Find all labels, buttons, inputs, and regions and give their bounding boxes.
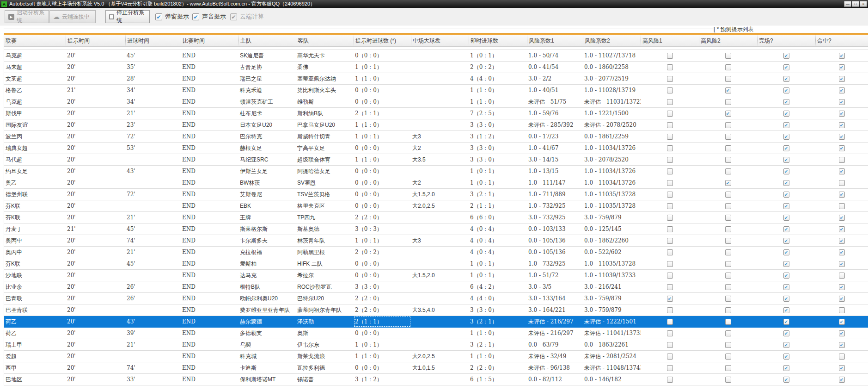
stop-analysis-button[interactable]: 停止分析系统 <box>105 10 150 23</box>
fin-checkbox[interactable]: ✔ <box>783 354 789 360</box>
hr2-checkbox[interactable] <box>725 226 731 232</box>
fin-checkbox[interactable]: ✔ <box>783 365 789 371</box>
hit-checkbox[interactable]: ✔ <box>839 87 845 93</box>
column-header[interactable]: 比赛时间 <box>181 35 238 46</box>
fin-checkbox[interactable]: ✔ <box>783 64 789 70</box>
column-header[interactable]: 进球时间 <box>125 35 181 46</box>
hr2-checkbox[interactable]: ✔ <box>725 111 731 117</box>
column-header[interactable]: 客队 <box>296 35 354 46</box>
table-row[interactable]: 荷乙20'39'END多德勒支奥斯0（0：0）1（1：0）未评估 - 216/2… <box>4 328 868 339</box>
hr1-checkbox[interactable] <box>667 64 673 70</box>
hr1-checkbox[interactable] <box>667 180 673 186</box>
table-row[interactable]: 瑞士甲20'21'END乌契伊韦尔东1（0：1）3（2：1）0.0 - 63/7… <box>4 339 868 351</box>
hit-checkbox[interactable]: ✔ <box>839 238 845 244</box>
table-row[interactable]: 奥丙中20'21'END克拉根福阿勒黑里根2（0：2）4（0：4）0.0 - 1… <box>4 247 868 258</box>
hr1-checkbox[interactable] <box>667 145 673 151</box>
fin-checkbox[interactable]: ✔ <box>783 99 789 105</box>
hr2-checkbox[interactable] <box>725 354 731 360</box>
hr1-checkbox[interactable] <box>667 157 673 163</box>
hr2-checkbox[interactable]: ✔ <box>725 87 731 93</box>
hit-checkbox[interactable] <box>839 157 845 163</box>
table-row[interactable]: 丹麦丁21'45'END斯莱格尔斯斯基奥德3（0：3）4（0：4）0.0 - 1… <box>4 223 868 235</box>
hr2-checkbox[interactable] <box>725 99 731 105</box>
hit-checkbox[interactable]: ✔ <box>839 192 845 198</box>
table-row[interactable]: 乌克超20'34'END顿涅茨克矿工维勒斯0（0：0）1（1：0）未评估 - 5… <box>4 96 868 108</box>
hit-checkbox[interactable]: ✔ <box>839 319 845 325</box>
hr2-checkbox[interactable] <box>725 76 731 82</box>
column-header[interactable]: 命中? <box>815 35 868 46</box>
hr2-checkbox[interactable] <box>725 157 731 163</box>
fin-checkbox[interactable]: ✔ <box>783 284 789 290</box>
table-row[interactable]: 荷乙20'43'END赫尔蒙德泽沃勒2（1：1）3（2：1）未评估 - 216/… <box>4 316 868 328</box>
hit-checkbox[interactable]: ✔ <box>839 342 845 348</box>
fin-checkbox[interactable]: ✔ <box>783 192 789 198</box>
cloud-connecting-button[interactable]: ☁ 云端连接中 <box>49 10 96 23</box>
fin-checkbox[interactable]: ✔ <box>783 296 789 302</box>
table-row[interactable]: 约旦女足20'43'END伊斯兰女足阿提哈德女足0（0：0）1（0：1）1.0 … <box>4 166 868 177</box>
table-row[interactable]: 马来超20'35'END古晋足协柔佛1（0：1）2（0：2）0.0 - 41/5… <box>4 62 868 73</box>
table-row[interactable]: 文莱超20'28'END瑞巴之星塞蒂亚佩尔达纳1（1：0）4（4：0）3.0 -… <box>4 73 868 85</box>
table-row[interactable]: 西甲20'74'END卡迪斯瓦拉多利德0（0：0）大1.0,1.52（2：0）未… <box>4 362 868 374</box>
fin-checkbox[interactable]: ✔ <box>783 307 789 313</box>
maximize-button[interactable]: □ <box>852 1 859 7</box>
fin-checkbox[interactable]: ✔ <box>783 134 789 140</box>
fin-checkbox[interactable]: ✔ <box>783 76 789 82</box>
hr1-checkbox[interactable] <box>667 215 673 221</box>
hr1-checkbox[interactable] <box>667 354 673 360</box>
minimize-button[interactable]: — <box>844 1 851 7</box>
hr2-checkbox[interactable] <box>725 238 731 244</box>
fin-checkbox[interactable]: ✔ <box>783 377 789 383</box>
fin-checkbox[interactable]: ✔ <box>783 330 789 336</box>
hit-checkbox[interactable] <box>839 354 845 360</box>
sound-alert-checkbox[interactable]: ✔ <box>192 13 199 20</box>
hr1-checkbox[interactable] <box>667 122 673 128</box>
hr1-checkbox[interactable] <box>667 111 673 117</box>
hr2-checkbox[interactable] <box>725 342 731 348</box>
hit-checkbox[interactable]: ✔ <box>839 215 845 221</box>
hit-checkbox[interactable]: ✔ <box>839 76 845 82</box>
fin-checkbox[interactable]: ✔ <box>783 157 789 163</box>
hr1-checkbox[interactable] <box>667 261 673 267</box>
hr1-checkbox[interactable] <box>667 53 673 59</box>
hr1-checkbox[interactable] <box>667 284 673 290</box>
hr1-checkbox[interactable] <box>667 134 673 140</box>
column-header[interactable]: 提示时间 <box>66 35 125 46</box>
hr2-checkbox[interactable] <box>725 203 731 209</box>
hr2-checkbox[interactable] <box>725 377 731 383</box>
hr2-checkbox[interactable] <box>725 261 731 267</box>
hr2-checkbox[interactable] <box>725 330 731 336</box>
table-row[interactable]: 芬K联20'ENDEBK格里夫克区0（0：0）大2.0,2.52（1：1）1.0… <box>4 200 868 212</box>
hr1-checkbox[interactable] <box>667 273 673 279</box>
column-header[interactable]: 风险系数1 <box>527 35 583 46</box>
fin-checkbox[interactable]: ✔ <box>783 87 789 93</box>
table-row[interactable]: 瑞典女超20'53'END赫根女足宁高平女足0（0：0）大23（3：0）1.0 … <box>4 143 868 154</box>
column-header[interactable]: 联赛 <box>4 35 66 46</box>
table-row[interactable]: 斯伐甲20'21'END杜布尼卡斯利纳B队2（1：1）7（2：5）1.0 - 5… <box>4 108 868 119</box>
hit-checkbox[interactable] <box>839 203 845 209</box>
table-row[interactable]: 巴青联20'26'END欧帕尔利奥U20巴特尔U202（2：0）4（4：0）3.… <box>4 293 868 304</box>
hr2-checkbox[interactable] <box>725 215 731 221</box>
table-row[interactable]: 马代超20'END马纪亚SRC超级联合体育1（1：0）大3.53（3：0）3.0… <box>4 154 868 166</box>
hr1-checkbox[interactable] <box>667 87 673 93</box>
column-header[interactable]: 提示时进球数 (*) <box>354 35 411 46</box>
fin-checkbox[interactable]: ✔ <box>783 145 789 151</box>
column-header[interactable]: 中场大球盘 <box>411 35 469 46</box>
column-header[interactable]: 即时进球数 <box>469 35 527 46</box>
hit-checkbox[interactable]: ✔ <box>839 53 845 59</box>
hit-checkbox[interactable]: ✔ <box>839 168 845 174</box>
column-header[interactable]: 高风险1 <box>641 35 699 46</box>
fin-checkbox[interactable]: ✔ <box>783 122 789 128</box>
table-row[interactable]: 格鲁乙21'34'END科克禾迪第比利斯火车头0（0：0）1（1：0）1.0 -… <box>4 85 868 96</box>
hit-checkbox[interactable]: ✔ <box>839 296 845 302</box>
hr1-checkbox[interactable] <box>667 99 673 105</box>
popup-alert-checkbox[interactable]: ✔ <box>155 13 162 20</box>
fin-checkbox[interactable]: ✔ <box>783 111 789 117</box>
hr1-checkbox[interactable]: ✔ <box>667 296 673 302</box>
hr2-checkbox[interactable] <box>725 249 731 255</box>
hr1-checkbox[interactable] <box>667 365 673 371</box>
fin-checkbox[interactable]: ✔ <box>783 261 789 267</box>
hr2-checkbox[interactable] <box>725 122 731 128</box>
hr1-checkbox[interactable] <box>667 330 673 336</box>
close-button[interactable]: × <box>860 1 867 7</box>
table-row[interactable]: 奥丙中20'74'END卡尔斯多夫林茨青年队1（0：1）大34（0：4）0.0 … <box>4 235 868 247</box>
